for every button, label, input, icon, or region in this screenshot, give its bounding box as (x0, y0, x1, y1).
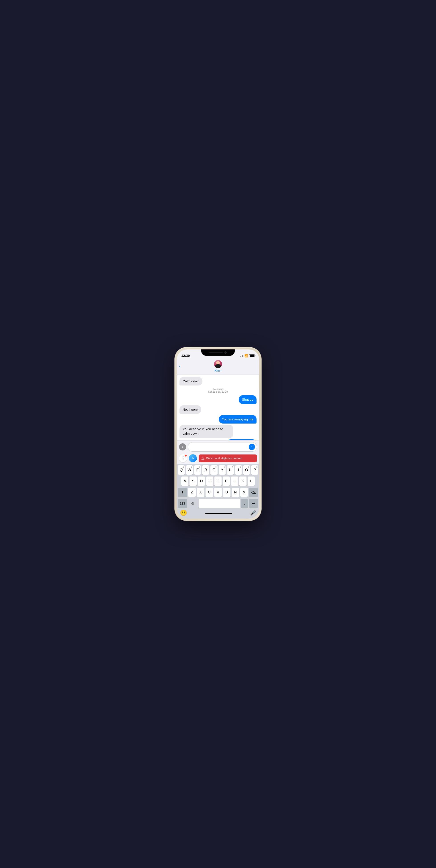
status-time: 12:30 (181, 354, 190, 358)
key-u[interactable]: 7U (227, 465, 234, 475)
return-key[interactable]: ↩ (249, 499, 258, 508)
message-bubble: You are annoying me (219, 415, 257, 424)
warning-icon: ⚠ (201, 456, 204, 461)
home-indicator (205, 513, 232, 514)
avatar (214, 360, 222, 368)
key-h[interactable]: H (223, 476, 230, 486)
message-input-wrapper[interactable]: ↑ (188, 442, 257, 452)
app-row: ≋ ⚠ Watch out! High risk content › (177, 453, 259, 464)
keyboard-row-2: A S D F G H J K L (178, 476, 258, 486)
numbers-key[interactable]: 123 (178, 499, 187, 508)
space-key[interactable] (199, 499, 240, 508)
shift-key[interactable]: ⬆ (178, 488, 187, 497)
phone-screen: 12:30 📶 ‹ (177, 349, 259, 519)
key-s[interactable]: S (190, 476, 197, 486)
key-v[interactable]: V (214, 488, 222, 497)
contact-info[interactable]: Kim › (214, 360, 222, 372)
expand-icon: › (182, 445, 183, 449)
keyboard: 1Q 2W 3E 4R 5T 6Y 7U 8I 9O 0P A S D F G … (177, 464, 259, 519)
message-bubble: Calm down (179, 377, 202, 385)
key-w[interactable]: 2W (186, 465, 193, 475)
message-bubble: You deserve it. You need to calm down (179, 425, 233, 438)
messages-area: Calm down iMessage Sat 21 Sep, 12:29 Shu… (177, 375, 259, 440)
key-f[interactable]: F (206, 476, 213, 486)
keyboard-row-1: 1Q 2W 3E 4R 5T 6Y 7U 8I 9O 0P (178, 465, 258, 475)
key-x[interactable]: X (197, 488, 204, 497)
key-a[interactable]: A (181, 476, 188, 486)
key-c[interactable]: C (206, 488, 213, 497)
wave-icon: ≋ (192, 456, 195, 461)
key-b[interactable]: B (223, 488, 230, 497)
notch (201, 349, 235, 355)
timestamp: iMessage Sat 21 Sep, 12:29 (179, 388, 257, 393)
key-d[interactable]: D (198, 476, 205, 486)
key-e[interactable]: 3E (194, 465, 201, 475)
message-header: ‹ Kim › (177, 359, 259, 375)
phone-frame: 12:30 📶 ‹ (175, 347, 261, 521)
message-bubble: No, I won't (179, 405, 201, 414)
key-t[interactable]: 5T (210, 465, 217, 475)
input-area: › ↑ (177, 440, 259, 453)
dot-icon (183, 458, 183, 459)
warning-banner: ⚠ Watch out! High risk content › (199, 455, 257, 462)
key-p[interactable]: 0P (251, 465, 258, 475)
key-g[interactable]: G (214, 476, 222, 486)
signal-icon (240, 354, 243, 357)
key-z[interactable]: Z (188, 488, 196, 497)
keyboard-row-4: 123 ☺ . ↩ (178, 499, 258, 508)
keyboard-bottom-row: 🙂 🎤 (178, 509, 258, 518)
key-r[interactable]: 4R (202, 465, 209, 475)
contact-name: Kim (214, 369, 220, 372)
key-k[interactable]: K (239, 476, 246, 486)
expand-button[interactable]: › (179, 443, 186, 451)
front-camera (225, 351, 227, 354)
contact-chevron-icon: › (221, 369, 222, 372)
message-input[interactable] (191, 445, 248, 449)
dot-icon (183, 456, 183, 457)
dot-icon (183, 459, 183, 460)
send-button[interactable]: ↑ (249, 444, 255, 450)
battery-icon (249, 354, 255, 357)
emoji-button[interactable]: 🙂 (180, 509, 187, 516)
warning-close-button[interactable]: › (253, 457, 254, 460)
delete-key[interactable]: ⌫ (249, 488, 258, 497)
warning-text: Watch out! High risk content (206, 457, 242, 460)
key-j[interactable]: J (231, 476, 238, 486)
key-o[interactable]: 9O (243, 465, 250, 475)
back-button[interactable]: ‹ (179, 364, 180, 369)
message-bubble: Shut up (239, 395, 257, 404)
wifi-icon: 📶 (244, 354, 248, 358)
apps-button[interactable] (179, 454, 187, 462)
emoji-key[interactable]: ☺ (188, 499, 198, 508)
status-icons: 📶 (240, 354, 255, 358)
speaker (209, 352, 223, 353)
notification-badge (185, 455, 186, 457)
period-key[interactable]: . (241, 499, 248, 508)
key-l[interactable]: L (248, 476, 255, 486)
keyboard-row-3: ⬆ Z X C V B N M ⌫ (178, 488, 258, 497)
wave-app-icon[interactable]: ≋ (189, 454, 197, 462)
key-y[interactable]: 6Y (219, 465, 226, 475)
key-m[interactable]: M (240, 488, 248, 497)
key-i[interactable]: 8I (235, 465, 242, 475)
dictate-button[interactable]: 🎤 (250, 510, 256, 516)
key-n[interactable]: N (232, 488, 239, 497)
send-icon: ↑ (251, 445, 253, 448)
key-q[interactable]: 1Q (178, 465, 185, 475)
